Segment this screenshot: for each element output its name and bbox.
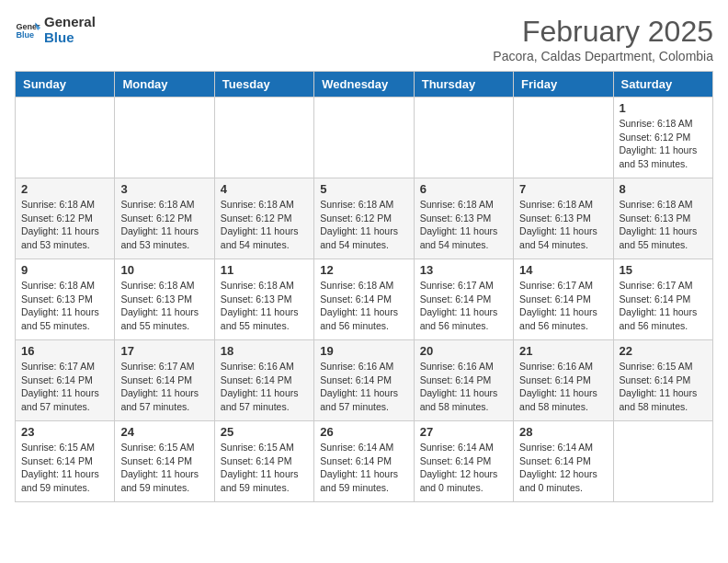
calendar-cell	[613, 421, 712, 502]
day-number: 16	[21, 344, 108, 358]
day-info: Sunrise: 6:16 AM Sunset: 6:14 PM Dayligh…	[320, 360, 407, 414]
day-number: 3	[120, 182, 208, 196]
logo-text-blue: Blue	[44, 30, 96, 46]
calendar-cell	[115, 98, 214, 178]
calendar-cell: 15Sunrise: 6:17 AM Sunset: 6:14 PM Dayli…	[613, 259, 712, 340]
calendar-cell: 13Sunrise: 6:17 AM Sunset: 6:14 PM Dayli…	[414, 259, 513, 340]
day-info: Sunrise: 6:14 AM Sunset: 6:14 PM Dayligh…	[420, 441, 507, 495]
calendar-cell	[16, 98, 115, 178]
calendar-cell	[314, 98, 414, 178]
day-number: 2	[21, 182, 108, 196]
calendar-cell	[514, 98, 613, 178]
day-number: 8	[620, 182, 707, 196]
calendar-table: SundayMondayTuesdayWednesdayThursdayFrid…	[15, 71, 713, 502]
calendar-cell: 25Sunrise: 6:15 AM Sunset: 6:14 PM Dayli…	[214, 421, 313, 502]
calendar-cell: 9Sunrise: 6:18 AM Sunset: 6:13 PM Daylig…	[16, 259, 115, 340]
calendar-cell: 1Sunrise: 6:18 AM Sunset: 6:12 PM Daylig…	[613, 98, 712, 178]
calendar-cell: 4Sunrise: 6:18 AM Sunset: 6:12 PM Daylig…	[214, 178, 313, 259]
day-info: Sunrise: 6:18 AM Sunset: 6:12 PM Dayligh…	[120, 198, 208, 252]
calendar-cell: 2Sunrise: 6:18 AM Sunset: 6:12 PM Daylig…	[16, 178, 115, 259]
day-info: Sunrise: 6:15 AM Sunset: 6:14 PM Dayligh…	[21, 441, 108, 495]
calendar-cell: 14Sunrise: 6:17 AM Sunset: 6:14 PM Dayli…	[514, 259, 613, 340]
calendar-week-row: 2Sunrise: 6:18 AM Sunset: 6:12 PM Daylig…	[16, 178, 713, 259]
day-number: 5	[320, 182, 407, 196]
day-info: Sunrise: 6:18 AM Sunset: 6:13 PM Dayligh…	[519, 198, 607, 252]
svg-text:Blue: Blue	[16, 30, 34, 40]
calendar-cell: 23Sunrise: 6:15 AM Sunset: 6:14 PM Dayli…	[16, 421, 115, 502]
logo: General Blue General Blue	[15, 15, 96, 45]
calendar-header-sunday: Sunday	[16, 72, 115, 98]
day-number: 15	[620, 263, 707, 277]
calendar-cell	[414, 98, 513, 178]
calendar-cell: 17Sunrise: 6:17 AM Sunset: 6:14 PM Dayli…	[115, 340, 214, 421]
day-number: 26	[320, 425, 407, 439]
day-number: 10	[120, 263, 208, 277]
calendar-cell: 24Sunrise: 6:15 AM Sunset: 6:14 PM Dayli…	[115, 421, 214, 502]
day-number: 6	[420, 182, 507, 196]
day-info: Sunrise: 6:18 AM Sunset: 6:12 PM Dayligh…	[221, 198, 308, 252]
calendar-cell: 5Sunrise: 6:18 AM Sunset: 6:12 PM Daylig…	[314, 178, 414, 259]
day-number: 23	[21, 425, 108, 439]
logo-icon: General Blue	[15, 17, 40, 43]
calendar-header-monday: Monday	[115, 72, 214, 98]
calendar-cell: 28Sunrise: 6:14 AM Sunset: 6:14 PM Dayli…	[514, 421, 613, 502]
calendar-cell: 12Sunrise: 6:18 AM Sunset: 6:14 PM Dayli…	[314, 259, 414, 340]
day-info: Sunrise: 6:18 AM Sunset: 6:13 PM Dayligh…	[120, 279, 208, 333]
day-info: Sunrise: 6:18 AM Sunset: 6:13 PM Dayligh…	[620, 198, 707, 252]
day-info: Sunrise: 6:18 AM Sunset: 6:12 PM Dayligh…	[21, 198, 108, 252]
day-info: Sunrise: 6:17 AM Sunset: 6:14 PM Dayligh…	[21, 360, 108, 414]
calendar-cell: 18Sunrise: 6:16 AM Sunset: 6:14 PM Dayli…	[214, 340, 313, 421]
day-info: Sunrise: 6:17 AM Sunset: 6:14 PM Dayligh…	[519, 279, 607, 333]
day-number: 11	[221, 263, 308, 277]
day-info: Sunrise: 6:15 AM Sunset: 6:14 PM Dayligh…	[120, 441, 208, 495]
day-info: Sunrise: 6:14 AM Sunset: 6:14 PM Dayligh…	[519, 441, 607, 495]
calendar-cell: 3Sunrise: 6:18 AM Sunset: 6:12 PM Daylig…	[115, 178, 214, 259]
day-number: 9	[21, 263, 108, 277]
day-info: Sunrise: 6:14 AM Sunset: 6:14 PM Dayligh…	[320, 441, 407, 495]
month-year: February 2025	[493, 15, 713, 49]
calendar-cell: 21Sunrise: 6:16 AM Sunset: 6:14 PM Dayli…	[514, 340, 613, 421]
day-number: 18	[221, 344, 308, 358]
calendar-week-row: 23Sunrise: 6:15 AM Sunset: 6:14 PM Dayli…	[16, 421, 713, 502]
day-info: Sunrise: 6:17 AM Sunset: 6:14 PM Dayligh…	[120, 360, 208, 414]
day-number: 22	[620, 344, 707, 358]
day-info: Sunrise: 6:15 AM Sunset: 6:14 PM Dayligh…	[221, 441, 308, 495]
day-number: 12	[320, 263, 407, 277]
day-info: Sunrise: 6:17 AM Sunset: 6:14 PM Dayligh…	[420, 279, 507, 333]
day-info: Sunrise: 6:18 AM Sunset: 6:12 PM Dayligh…	[620, 117, 707, 171]
day-number: 13	[420, 263, 507, 277]
day-number: 21	[519, 344, 607, 358]
calendar-cell: 7Sunrise: 6:18 AM Sunset: 6:13 PM Daylig…	[514, 178, 613, 259]
calendar-header-friday: Friday	[514, 72, 613, 98]
day-info: Sunrise: 6:18 AM Sunset: 6:13 PM Dayligh…	[21, 279, 108, 333]
calendar-week-row: 9Sunrise: 6:18 AM Sunset: 6:13 PM Daylig…	[16, 259, 713, 340]
day-info: Sunrise: 6:15 AM Sunset: 6:14 PM Dayligh…	[620, 360, 707, 414]
calendar-header-tuesday: Tuesday	[214, 72, 313, 98]
calendar-cell: 26Sunrise: 6:14 AM Sunset: 6:14 PM Dayli…	[314, 421, 414, 502]
page-header: General Blue General Blue February 2025 …	[15, 15, 713, 63]
title-block: February 2025 Pacora, Caldas Department,…	[493, 15, 713, 63]
day-number: 4	[221, 182, 308, 196]
calendar-header-row: SundayMondayTuesdayWednesdayThursdayFrid…	[16, 72, 713, 98]
day-number: 17	[120, 344, 208, 358]
day-number: 1	[620, 101, 707, 115]
calendar-cell: 10Sunrise: 6:18 AM Sunset: 6:13 PM Dayli…	[115, 259, 214, 340]
day-number: 7	[519, 182, 607, 196]
calendar-week-row: 16Sunrise: 6:17 AM Sunset: 6:14 PM Dayli…	[16, 340, 713, 421]
day-info: Sunrise: 6:18 AM Sunset: 6:14 PM Dayligh…	[320, 279, 407, 333]
calendar-cell: 6Sunrise: 6:18 AM Sunset: 6:13 PM Daylig…	[414, 178, 513, 259]
calendar-cell: 11Sunrise: 6:18 AM Sunset: 6:13 PM Dayli…	[214, 259, 313, 340]
day-info: Sunrise: 6:16 AM Sunset: 6:14 PM Dayligh…	[420, 360, 507, 414]
day-number: 14	[519, 263, 607, 277]
day-number: 28	[519, 425, 607, 439]
day-number: 19	[320, 344, 407, 358]
day-number: 27	[420, 425, 507, 439]
day-info: Sunrise: 6:16 AM Sunset: 6:14 PM Dayligh…	[221, 360, 308, 414]
calendar-cell: 20Sunrise: 6:16 AM Sunset: 6:14 PM Dayli…	[414, 340, 513, 421]
calendar-cell: 16Sunrise: 6:17 AM Sunset: 6:14 PM Dayli…	[16, 340, 115, 421]
day-number: 25	[221, 425, 308, 439]
day-info: Sunrise: 6:17 AM Sunset: 6:14 PM Dayligh…	[620, 279, 707, 333]
day-info: Sunrise: 6:18 AM Sunset: 6:12 PM Dayligh…	[320, 198, 407, 252]
logo-text-general: General	[44, 15, 96, 30]
day-number: 20	[420, 344, 507, 358]
